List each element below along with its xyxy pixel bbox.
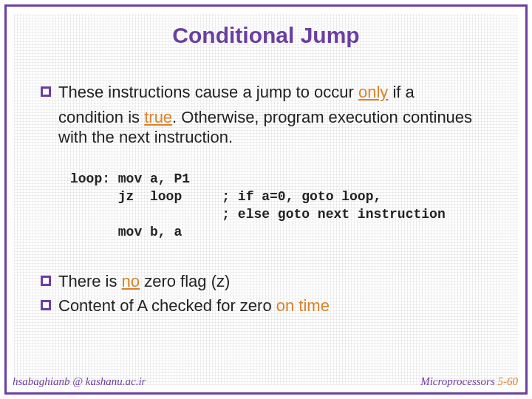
footer-right-b: 5-60	[498, 375, 519, 387]
bullet-2-a: There is	[58, 272, 122, 290]
bullet-1-text: These instructions cause a jump to occur…	[58, 82, 415, 103]
bullet-1-cont-a: condition is	[58, 108, 144, 126]
bullet-1-b: if a	[388, 83, 414, 101]
bullet-1-a: These instructions cause a jump to occur	[58, 83, 358, 101]
bullet-square-icon	[41, 276, 51, 286]
code-line-1: loop: mov a, P1	[70, 171, 190, 186]
code-block: loop: mov a, P1 jz loop ; if a=0, goto l…	[70, 170, 491, 242]
bullet-2-b: zero flag (z)	[140, 272, 230, 290]
bullet-square-icon	[41, 300, 51, 310]
bullet-square-icon	[41, 86, 51, 97]
footer-right: Microprocessors 5-60	[420, 375, 518, 388]
slide-content-area: Conditional Jump These instructions caus…	[14, 14, 518, 385]
bullet-3-text: Content of A checked for zero on time	[58, 296, 330, 316]
bullet-2: There is no zero flag (z)	[41, 271, 491, 292]
slide-title: Conditional Jump	[41, 23, 491, 48]
slide-outer-border: Conditional Jump These instructions caus…	[4, 4, 528, 395]
bullet-1-true: true	[144, 108, 172, 126]
bullet-3-a: Content of A checked for zero	[58, 296, 276, 315]
code-line-4: mov b, a	[70, 225, 182, 239]
code-line-3: ; else goto next instruction	[70, 207, 446, 222]
bullet-3-ontime: on time	[276, 296, 330, 315]
footer: hsabaghianb @ kashanu.ac.ir Microprocess…	[13, 375, 518, 388]
footer-right-a: Microprocessors	[420, 375, 497, 387]
bullet-1: These instructions cause a jump to occur…	[41, 82, 491, 103]
bullet-2-text: There is no zero flag (z)	[58, 271, 230, 292]
bullet-1-only: only	[358, 83, 388, 101]
bullet-3: Content of A checked for zero on time	[41, 296, 491, 316]
code-line-2: jz loop ; if a=0, goto loop,	[70, 189, 381, 204]
footer-left: hsabaghianb @ kashanu.ac.ir	[13, 375, 146, 388]
bullet-2-no: no	[122, 272, 140, 290]
bullet-1-continuation: condition is true. Otherwise, program ex…	[58, 107, 491, 148]
